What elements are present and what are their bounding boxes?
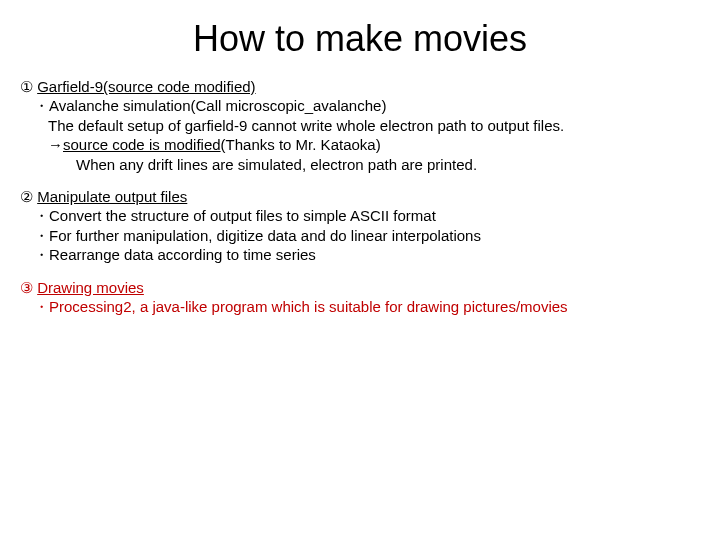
section-2-body: ・Convert the structure of output files t…	[20, 206, 700, 265]
section-3-body: ・Processing2, a java-like program which …	[20, 297, 700, 317]
body-line: ・For further manipulation, digitize data…	[20, 226, 700, 246]
body-line: The default setup of garfield-9 cannot w…	[20, 116, 700, 136]
body-line: ・Rearrange data according to time series	[20, 245, 700, 265]
body-line: When any drift lines are simulated, elec…	[20, 155, 700, 175]
body-line: ・Convert the structure of output files t…	[20, 206, 700, 226]
section-1-body: ・Avalanche simulation(Call microscopic_a…	[20, 96, 700, 174]
section-3-num: ③	[20, 279, 33, 297]
page-title: How to make movies	[20, 18, 700, 60]
section-1-head: ① Garfield-9(source code modified)	[20, 78, 700, 96]
slide: How to make movies ① Garfield-9(source c…	[0, 0, 720, 350]
section-1-num: ①	[20, 78, 33, 96]
section-2-head: ② Manipulate output files	[20, 188, 700, 206]
section-3-title: Drawing movies	[37, 279, 144, 296]
section-3-head: ③ Drawing movies	[20, 279, 700, 297]
section-3: ③ Drawing movies ・Processing2, a java-li…	[20, 279, 700, 317]
section-1: ① Garfield-9(source code modified) ・Aval…	[20, 78, 700, 174]
section-2: ② Manipulate output files ・Convert the s…	[20, 188, 700, 265]
body-line: →source code is modified(Thanks to Mr. K…	[20, 135, 700, 155]
section-2-num: ②	[20, 188, 33, 206]
body-line: ・Avalanche simulation(Call microscopic_a…	[20, 96, 700, 116]
body-line: ・Processing2, a java-like program which …	[20, 297, 700, 317]
section-1-title: Garfield-9(source code modified)	[37, 78, 255, 95]
section-2-title: Manipulate output files	[37, 188, 187, 205]
